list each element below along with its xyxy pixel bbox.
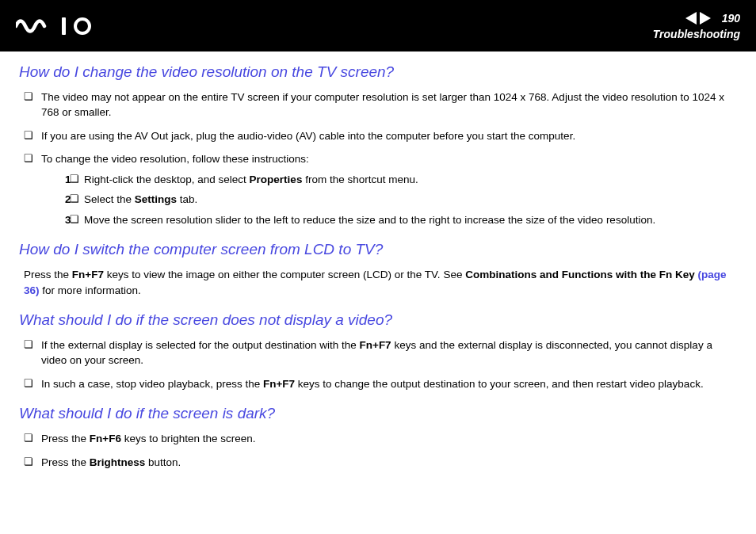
text: tab.	[177, 193, 197, 205]
text: for more information.	[40, 284, 141, 296]
page-number: 190	[722, 12, 740, 25]
list-item: To change the video resolution, follow t…	[19, 151, 737, 227]
step-num: 3	[65, 212, 71, 228]
list-item: 1Right-click the desktop, and select Pro…	[65, 172, 737, 188]
term: Fn+F7	[263, 378, 295, 390]
text: keys to brighten the screen.	[121, 433, 256, 444]
list-item: 2Select the Settings tab.	[65, 192, 737, 208]
list-item: Press the Fn+F6 keys to brighten the scr…	[19, 431, 737, 447]
text: from the shortcut menu.	[302, 174, 418, 185]
vaio-logo	[16, 17, 91, 35]
q3-heading: What should I do if the screen does not …	[19, 309, 737, 331]
text: Right-click the desktop, and select	[84, 174, 250, 185]
text: Select the	[84, 193, 135, 205]
q4-heading: What should I do if the screen is dark?	[19, 402, 737, 425]
prev-page-arrow-icon[interactable]	[685, 12, 697, 25]
term: Settings	[135, 193, 177, 205]
vaio-o-icon	[74, 17, 91, 35]
text: The video may not appear on the entire T…	[41, 91, 724, 119]
text: Move the screen resolution slider to the…	[84, 214, 655, 226]
q1-steps: 1Right-click the desktop, and select Pro…	[41, 172, 737, 228]
page-nav: 190	[685, 12, 740, 25]
term: Combinations and Functions with the Fn K…	[465, 269, 697, 280]
q2-heading: How do I switch the computer screen from…	[19, 238, 737, 261]
term: Fn+F7	[360, 339, 391, 351]
text: Press the	[41, 456, 90, 468]
term: Fn+F6	[90, 433, 121, 444]
step-num: 2	[65, 192, 71, 208]
document-body: How do I change the video resolution on …	[0, 51, 756, 487]
term: Fn+F7	[72, 269, 104, 280]
list-item: The video may not appear on the entire T…	[19, 90, 737, 120]
vaio-i-icon	[62, 17, 66, 35]
list-item: If the external display is selected for …	[19, 338, 737, 368]
vaio-wave-icon	[16, 17, 54, 35]
term: Brightness	[90, 456, 146, 468]
next-page-arrow-icon[interactable]	[700, 12, 711, 25]
step-num: 1	[65, 172, 71, 188]
list-item: In such a case, stop video playback, pre…	[19, 376, 737, 392]
list-item: If you are using the AV Out jack, plug t…	[19, 128, 737, 144]
text: If you are using the AV Out jack, plug t…	[41, 130, 575, 142]
text: keys to view the image on either the com…	[104, 269, 465, 280]
q1-list: The video may not appear on the entire T…	[19, 90, 737, 228]
q1-heading: How do I change the video resolution on …	[19, 61, 737, 83]
section-title: Troubleshooting	[653, 28, 740, 40]
list-item: 3Move the screen resolution slider to th…	[65, 212, 737, 228]
text: If the external display is selected for …	[41, 339, 360, 351]
q2-para: Press the Fn+F7 keys to view the image o…	[19, 267, 737, 298]
text: Press the	[24, 269, 72, 280]
q4-list: Press the Fn+F6 keys to brighten the scr…	[19, 431, 737, 470]
text: To change the video resolution, follow t…	[41, 153, 309, 165]
text: button.	[145, 456, 181, 468]
text: In such a case, stop video playback, pre…	[41, 378, 263, 390]
document-header: 190 Troubleshooting	[0, 0, 756, 51]
text: Press the	[41, 433, 90, 444]
text: keys to change the output destination to…	[295, 378, 704, 390]
q3-list: If the external display is selected for …	[19, 338, 737, 392]
term: Properties	[250, 174, 303, 185]
header-right: 190 Troubleshooting	[653, 12, 740, 40]
list-item: Press the Brightness button.	[19, 455, 737, 471]
